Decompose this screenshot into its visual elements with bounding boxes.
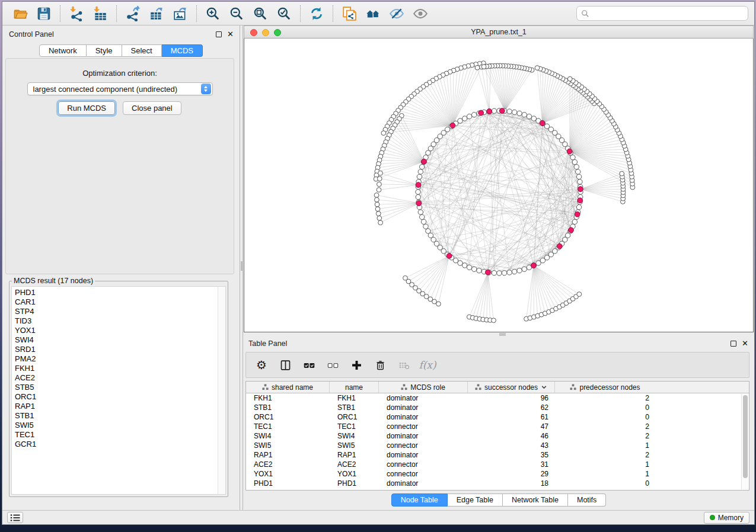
- tab-mcds[interactable]: MCDS: [162, 44, 203, 57]
- cell-name: STB1: [330, 403, 379, 412]
- list-item[interactable]: ORC1: [15, 392, 216, 402]
- network-canvas[interactable]: [244, 39, 754, 332]
- hide-graphics-details-button[interactable]: [385, 4, 409, 23]
- save-icon: [36, 6, 52, 21]
- delete-column-button[interactable]: [373, 358, 387, 372]
- search-icon: [581, 9, 589, 18]
- close-panel-button[interactable]: Close panel: [123, 101, 181, 115]
- show-graphics-details-button[interactable]: [409, 4, 432, 23]
- select-all-button[interactable]: [302, 358, 316, 372]
- column-label: MCDS role: [410, 383, 445, 392]
- table-settings-button[interactable]: ⚙: [254, 358, 269, 372]
- tab-style[interactable]: Style: [87, 44, 122, 57]
- import-network-button[interactable]: [65, 4, 88, 23]
- tab-network[interactable]: Network: [39, 44, 87, 57]
- table-toolbar: ⚙: [245, 352, 749, 378]
- table-row[interactable]: ACE2 ACE2 connector 31 1: [246, 460, 749, 469]
- zoom-out-button[interactable]: [225, 4, 248, 23]
- list-item[interactable]: SWI4: [15, 335, 216, 345]
- open-file-button[interactable]: [8, 4, 32, 23]
- maximize-window-button[interactable]: [274, 29, 281, 36]
- export-table-icon: [149, 6, 164, 21]
- list-item[interactable]: PHD1: [15, 288, 216, 297]
- list-item[interactable]: TID3: [15, 316, 216, 326]
- run-mcds-button[interactable]: Run MCDS: [58, 101, 115, 115]
- cell-name: RAP1: [330, 450, 379, 460]
- scrollbar-thumb[interactable]: [743, 395, 748, 478]
- table-row[interactable]: FKH1 FKH1 dominator 96 2: [246, 393, 749, 403]
- optimization-criterion-select[interactable]: largest connected component (undirected): [27, 82, 213, 95]
- table-row[interactable]: SWI5 SWI5 connector 43 1: [246, 441, 749, 450]
- cell-shared-name: ORC1: [246, 412, 330, 422]
- app-window: Control Panel ✕ Network Style Select MCD…: [2, 1, 755, 525]
- minimize-window-button[interactable]: [262, 29, 269, 36]
- show-columns-button[interactable]: [278, 358, 292, 372]
- column-header-shared-name[interactable]: shared name: [246, 382, 330, 393]
- export-image-button[interactable]: [168, 4, 192, 23]
- memory-button[interactable]: Memory: [704, 512, 749, 524]
- tab-select[interactable]: Select: [122, 44, 162, 57]
- refresh-view-button[interactable]: [305, 4, 328, 23]
- delete-table-icon: [398, 359, 410, 371]
- export-network-button[interactable]: [121, 4, 145, 23]
- close-window-button[interactable]: [250, 29, 257, 36]
- splitter-grip[interactable]: [241, 261, 243, 271]
- list-item[interactable]: YOX1: [15, 326, 216, 335]
- table-row[interactable]: STB1 STB1 dominator 62 0: [246, 403, 749, 412]
- deselect-all-button[interactable]: [326, 358, 340, 372]
- column-header-successor-nodes[interactable]: successor nodes: [468, 382, 555, 393]
- column-header-predecessor-nodes[interactable]: predecessor nodes: [555, 382, 655, 393]
- list-item[interactable]: CAR1: [15, 297, 216, 307]
- cell-predecessor-nodes: 2: [555, 431, 655, 441]
- list-item[interactable]: GCR1: [15, 440, 216, 449]
- table-row[interactable]: SWI4 SWI4 dominator 46 2: [246, 431, 749, 441]
- tab-edge-table[interactable]: Edge Table: [448, 493, 503, 507]
- list-item[interactable]: TEC1: [15, 430, 216, 440]
- cell-successor-nodes: 35: [468, 450, 555, 460]
- list-scrollbar[interactable]: [218, 287, 225, 494]
- list-item[interactable]: PMA2: [15, 354, 216, 364]
- column-header-mcds-role[interactable]: MCDS role: [379, 382, 468, 393]
- first-neighbors-button[interactable]: [361, 4, 385, 23]
- list-item[interactable]: SWI5: [15, 421, 216, 430]
- open-folder-icon: [12, 6, 28, 21]
- zoom-selected-button[interactable]: [272, 4, 296, 23]
- cell-shared-name: SWI5: [246, 441, 330, 450]
- duplicate-network-button[interactable]: [337, 4, 361, 23]
- table-row[interactable]: RAP1 RAP1 dominator 35 2: [246, 450, 749, 460]
- list-item[interactable]: ACE2: [15, 373, 216, 383]
- close-panel-icon[interactable]: ✕: [227, 31, 234, 37]
- cell-mcds-role: connector: [379, 441, 468, 450]
- optimization-criterion-label: Optimization criterion:: [82, 69, 157, 78]
- export-table-button[interactable]: [145, 4, 168, 23]
- tab-network-table[interactable]: Network Table: [503, 493, 568, 507]
- cell-successor-nodes: 62: [468, 403, 555, 412]
- table-row[interactable]: PHD1 PHD1 dominator 18 0: [246, 479, 749, 488]
- table-row[interactable]: ORC1 ORC1 dominator 61 0: [246, 412, 749, 422]
- list-item[interactable]: STP4: [15, 307, 216, 316]
- list-item[interactable]: SRD1: [15, 345, 216, 354]
- add-column-button[interactable]: [349, 358, 363, 372]
- task-history-button[interactable]: [7, 512, 23, 523]
- search-input[interactable]: [592, 7, 744, 20]
- zoom-fit-button[interactable]: [248, 4, 272, 23]
- save-session-button[interactable]: [32, 4, 56, 23]
- search-box[interactable]: [576, 6, 748, 21]
- tab-node-table[interactable]: Node Table: [391, 493, 448, 507]
- list-item[interactable]: STB5: [15, 383, 216, 392]
- list-item[interactable]: FKH1: [15, 364, 216, 373]
- float-panel-icon[interactable]: [216, 31, 222, 37]
- column-header-name[interactable]: name: [330, 382, 379, 393]
- import-table-button[interactable]: [88, 4, 112, 23]
- tab-motifs[interactable]: Motifs: [568, 493, 606, 507]
- cell-mcds-role: connector: [379, 460, 468, 469]
- table-row[interactable]: YOX1 YOX1 connector 29 1: [246, 469, 749, 479]
- table-row[interactable]: TEC1 TEC1 connector 47 2: [246, 422, 749, 431]
- close-panel-icon[interactable]: ✕: [742, 341, 748, 347]
- list-item[interactable]: RAP1: [15, 402, 216, 411]
- float-panel-icon[interactable]: [731, 341, 736, 347]
- cell-name: SWI5: [330, 441, 379, 450]
- list-item[interactable]: STB1: [15, 411, 216, 421]
- zoom-in-button[interactable]: [201, 4, 225, 23]
- table-scrollbar[interactable]: [741, 394, 748, 489]
